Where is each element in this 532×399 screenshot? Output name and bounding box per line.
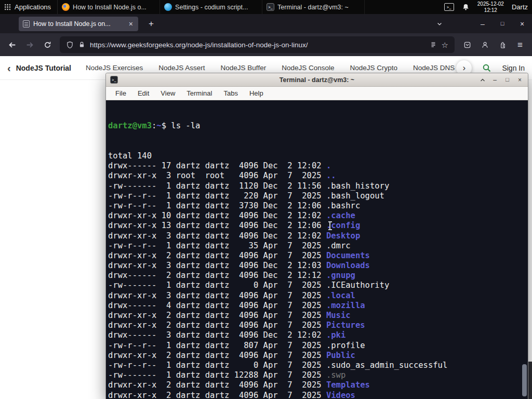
terminal-output-line: drwxr-xr-x 2 dartz dartz 4096 Apr 7 2025…	[108, 321, 528, 330]
terminal-menu-help[interactable]: Help	[244, 88, 269, 99]
terminal-menu-file[interactable]: File	[110, 88, 131, 99]
prompt-colon: :	[152, 121, 156, 130]
prompt-dollar: $	[162, 121, 171, 130]
panel-clock[interactable]: 2025-12-02 12:12	[477, 1, 504, 13]
text-cursor	[329, 222, 330, 229]
account-icon[interactable]	[476, 36, 493, 53]
gfg-nav-link[interactable]: NodeJS Console	[282, 64, 334, 72]
terminal-output-line: drwxr-xr-x 2 dartz dartz 4096 Apr 7 2025…	[108, 251, 528, 261]
pocket-icon[interactable]	[459, 36, 475, 53]
sign-in-button[interactable]: Sign In	[502, 64, 525, 72]
firefox-icon	[62, 3, 70, 11]
reload-button[interactable]	[39, 36, 56, 53]
notifications-bell-icon[interactable]	[462, 3, 470, 11]
terminal-tray-icon[interactable]: >_	[444, 3, 454, 11]
new-tab-button[interactable]: +	[144, 17, 158, 31]
reader-mode-icon[interactable]	[430, 41, 437, 48]
extensions-icon[interactable]	[494, 36, 511, 53]
terminal-menu-terminal[interactable]: Terminal	[181, 88, 217, 99]
terminal-menu-tabs[interactable]: Tabs	[218, 88, 243, 99]
terminal-output-line: drwxr-xr-x 2 dartz dartz 4096 Apr 7 2025…	[108, 391, 528, 399]
terminal-content[interactable]: dartz@vm3:~$ ls -la total 140drwx------ …	[106, 100, 528, 399]
tab-close-icon[interactable]: ×	[128, 20, 134, 28]
taskbar-item-codium[interactable]: Settings - codium script...	[160, 0, 262, 14]
chevron-right-icon: ›	[463, 63, 466, 72]
taskbar-item-label: How to Install Node.js o...	[73, 4, 147, 11]
terminal-output-line: drwx------ 4 dartz dartz 4096 Apr 7 2025…	[108, 301, 528, 311]
gfg-nav-link[interactable]: NodeJS Buffer	[221, 64, 267, 72]
terminal-menubar: FileEditViewTerminalTabsHelp	[106, 87, 528, 100]
terminal-output-line: drwx------ 3 dartz dartz 4096 Dec 2 12:0…	[108, 330, 528, 340]
terminal-output-line: drwx------ 17 dartz dartz 4096 Dec 2 12:…	[108, 161, 528, 171]
browser-scrollbar-thumb[interactable]	[528, 362, 532, 399]
terminal-output-line: drwxr-xr-x 3 dartz dartz 4096 Dec 2 12:0…	[108, 261, 528, 271]
terminal-output-line: drwxr-xr-x 2 dartz dartz 4096 Apr 7 2025…	[108, 380, 528, 390]
window-maximize-button[interactable]: □	[496, 21, 509, 26]
back-button[interactable]	[4, 36, 20, 53]
browser-toolbar: https://www.geeksforgeeks.org/node-js/in…	[0, 33, 532, 56]
terminal-close-button[interactable]: ×	[516, 77, 524, 83]
prompt-cwd: ~	[156, 121, 161, 130]
terminal-output-line: drwxr-xr-x 2 dartz dartz 4096 Apr 7 2025…	[108, 311, 528, 321]
taskbar-item-terminal[interactable]: >_ Terminal - dartz@vm3: ~	[262, 0, 365, 14]
terminal-output-line: -rw-r--r-- 1 dartz dartz 0 Apr 7 2025 .s…	[108, 361, 528, 370]
taskbar-item-label: Terminal - dartz@vm3: ~	[277, 4, 349, 11]
tracking-protection-shield-icon[interactable]	[66, 41, 74, 49]
terminal-output-line: total 140	[108, 151, 528, 161]
gfg-active-tab[interactable]: NodeJS Tutorial	[16, 64, 71, 72]
nav-scroll-left-icon[interactable]: ‹	[7, 63, 11, 73]
bookmark-star-icon[interactable]: ☆	[442, 41, 448, 49]
terminal-window: >_ Terminal - dartz@vm3: ~ – □ × FileEdi…	[105, 73, 528, 399]
applications-menu[interactable]: Applications	[0, 0, 58, 14]
gfg-nav-link[interactable]: NodeJS Assert	[158, 64, 205, 72]
terminal-scrollbar-thumb[interactable]	[522, 364, 527, 396]
terminal-output-line: -rw------- 1 dartz dartz 0 Apr 7 2025 .I…	[108, 281, 528, 290]
gfg-nav-link[interactable]: NodeJS Exercises	[86, 64, 143, 72]
taskbar-item-label: Settings - codium script...	[175, 4, 248, 11]
terminal-output-line: -rw-r--r-- 1 dartz dartz 220 Apr 7 2025 …	[108, 191, 528, 201]
terminal-output: total 140drwx------ 17 dartz dartz 4096 …	[108, 151, 528, 399]
terminal-menu-view[interactable]: View	[155, 88, 180, 99]
menu-icon[interactable]: ≡	[512, 36, 528, 53]
gfg-nav-link[interactable]: NodeJS Crypto	[350, 64, 397, 72]
tab-bar: How to Install Node.js on... × + – □ ×	[0, 14, 532, 33]
list-all-tabs-icon[interactable]	[433, 18, 446, 30]
forward-button[interactable]	[21, 36, 38, 53]
terminal-titlebar[interactable]: >_ Terminal - dartz@vm3: ~ – □ ×	[106, 73, 528, 87]
top-panel: Applications How to Install Node.js o...…	[0, 0, 532, 14]
browser-tab[interactable]: How to Install Node.js on... ×	[19, 17, 138, 31]
tab-title: How to Install Node.js on...	[33, 20, 124, 28]
terminal-icon: >_	[267, 3, 274, 11]
terminal-output-line: drwxr-xr-x 2 dartz dartz 4096 Apr 7 2025…	[108, 351, 528, 361]
clock-time: 12:12	[477, 7, 504, 14]
gfg-nav-link[interactable]: NodeJS DNS	[413, 64, 455, 72]
terminal-output-line: drwxr-xr-x 3 dartz dartz 4096 Apr 7 2025…	[108, 291, 528, 301]
terminal-menu-edit[interactable]: Edit	[132, 88, 154, 99]
clock-date: 2025-12-02	[477, 1, 504, 7]
url-text: https://www.geeksforgeeks.org/node-js/in…	[90, 41, 425, 49]
window-close-button[interactable]: ×	[515, 20, 529, 28]
terminal-output-line: -rw-r--r-- 1 dartz dartz 35 Apr 7 2025 .…	[108, 241, 528, 251]
browser-scrollbar[interactable]	[528, 80, 532, 399]
terminal-minimize-button[interactable]: –	[491, 77, 499, 83]
applications-label: Applications	[15, 3, 51, 11]
terminal-output-line: drwxr-xr-x 3 root root 4096 Apr 7 2025 .…	[108, 171, 528, 181]
terminal-shade-button[interactable]	[478, 78, 486, 82]
user-menu[interactable]: Dartz	[512, 3, 528, 11]
terminal-prompt-line: dartz@vm3:~$ ls -la	[108, 121, 528, 131]
terminal-output-line: drwxr-xr-x 13 dartz dartz 4096 Dec 2 12:…	[108, 221, 528, 231]
terminal-output-line: drwxr-xr-x 10 dartz dartz 4096 Dec 2 12:…	[108, 211, 528, 221]
codium-icon	[164, 3, 172, 11]
terminal-output-line: -rw------- 1 dartz dartz 12288 Apr 7 202…	[108, 370, 528, 380]
search-icon[interactable]	[482, 63, 491, 73]
taskbar-item-browser[interactable]: How to Install Node.js o...	[58, 0, 160, 14]
page-favicon-icon	[23, 20, 30, 28]
terminal-title: Terminal - dartz@vm3: ~	[106, 76, 528, 84]
window-minimize-button[interactable]: –	[476, 20, 489, 28]
terminal-maximize-button[interactable]: □	[503, 77, 511, 83]
terminal-output-line: -rw-r--r-- 1 dartz dartz 3730 Dec 2 12:0…	[108, 201, 528, 211]
url-bar[interactable]: https://www.geeksforgeeks.org/node-js/in…	[60, 36, 455, 53]
terminal-output-line: -rw------- 1 dartz dartz 1120 Dec 2 11:5…	[108, 181, 528, 191]
terminal-output-line: drwx------ 2 dartz dartz 4096 Dec 2 12:1…	[108, 271, 528, 281]
lock-icon[interactable]	[78, 41, 85, 48]
